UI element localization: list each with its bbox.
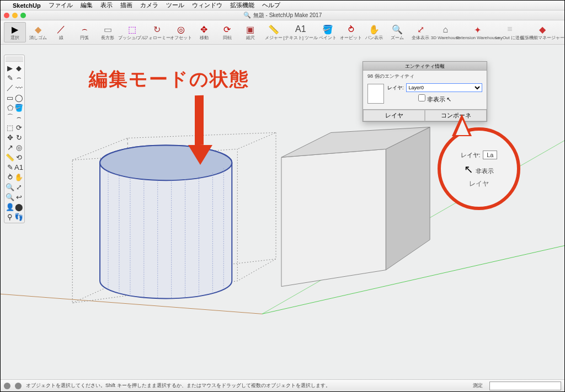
palette-tool[interactable]: ／ (6, 83, 14, 93)
measure-input[interactable] (489, 382, 561, 390)
palette-tool[interactable]: ⥁ (6, 172, 14, 182)
toolbar-ext[interactable]: ✦Extension Warehouse (460, 23, 497, 41)
status-icon-2 (15, 383, 22, 389)
toolbar-eraser[interactable]: ◆消しゴム (27, 23, 49, 42)
callout-bubble: レイヤ: La ↖ 非表示 レイヤ (438, 127, 520, 210)
palette-tool[interactable]: 👤 (6, 202, 14, 212)
palette-tool[interactable]: ⬤ (14, 202, 23, 212)
menu-camera[interactable]: カメラ (140, 1, 158, 9)
palette-tool[interactable]: 👣 (14, 212, 23, 222)
palette-tool[interactable]: ✥ (6, 132, 14, 142)
toolbar-line[interactable]: ／線 (50, 23, 72, 42)
layer-dropdown[interactable]: Layer0 (406, 83, 482, 92)
palette-tool[interactable]: ↻ (14, 132, 23, 142)
palette-tool[interactable]: ✋ (14, 172, 23, 182)
entity-count: 98 個のエンティティ (367, 73, 482, 80)
palette-tool[interactable]: ⤢ (14, 182, 23, 192)
menu-edit[interactable]: 編集 (81, 1, 93, 9)
toolbar-scale[interactable]: ▣縮尺 (239, 23, 262, 42)
toolbar-offset[interactable]: ◎オフセット (170, 23, 192, 42)
entity-info-panel[interactable]: エンティティ情報 98 個のエンティティ レイヤ: Layer0 非表示 ↖ レ… (363, 61, 487, 122)
zoom-button[interactable] (20, 13, 26, 18)
annotation-arrow (188, 95, 210, 162)
toolbar-3dw[interactable]: ⌂3D Warehouse (433, 23, 459, 41)
palette-tool[interactable]: 📏 (6, 152, 14, 162)
viewport[interactable]: ▶◆✎⌢／〰▭◯⬠🪣⌒⌢⬚⟳✥↻↗◎📏⟲✎A1⥁✋🔍⤢🔍↩👤⬤⚲👣 編集モードの… (1, 45, 564, 379)
measure-label: 測定 (473, 382, 483, 389)
toolbar-rotate[interactable]: ⟳回転 (216, 23, 238, 42)
toolbar-rect[interactable]: ▭長方形 (97, 23, 119, 42)
palette-tool[interactable]: ⚲ (6, 212, 14, 222)
menu-draw[interactable]: 描画 (120, 1, 132, 9)
material-swatch[interactable] (367, 84, 384, 104)
main-toolbar: ▶選択◆消しゴム／線⌢円弧▭長方形⬚プッシュ/プル↻フォローミー◎オフセット✥移… (1, 20, 564, 45)
menu-window[interactable]: ウィンドウ (192, 1, 222, 9)
palette-tool[interactable]: ↩ (14, 192, 23, 202)
palette-tool[interactable]: ⬠ (6, 103, 14, 112)
menubar: SketchUp ファイル 編集 表示 描画 カメラ ツール ウィンドウ 拡張機… (1, 1, 564, 10)
toolbar-move[interactable]: ✥移動 (193, 23, 215, 42)
toolbar-select[interactable]: ▶選択 (4, 22, 26, 42)
palette-tool[interactable]: ⟲ (14, 152, 23, 162)
toolbar-extmgr[interactable]: ◆拡張機能マネージャー (524, 23, 561, 42)
palette-tool[interactable]: ◎ (14, 142, 23, 152)
toolbar-pushpull[interactable]: ⬚プッシュ/プル (120, 23, 144, 42)
palette-tool[interactable]: ▶ (6, 63, 14, 73)
svg-marker-16 (386, 127, 430, 270)
panel-title[interactable]: エンティティ情報 (363, 62, 487, 71)
window-title: 無題 - SketchUp Make 2017 (253, 12, 322, 19)
status-tip: オブジェクトを選択してください。Shift キーを押したまま選択するか、またはマ… (26, 382, 468, 389)
palette-tool[interactable]: ✎ (6, 73, 14, 83)
menu-ext[interactable]: 拡張機能 (230, 1, 254, 9)
svg-marker-15 (281, 149, 386, 286)
toolbar-zoomext[interactable]: ⤢全体表示 (409, 23, 431, 42)
minimize-button[interactable] (12, 13, 18, 18)
palette-tool[interactable]: ⌢ (14, 73, 23, 83)
toolbar-arc[interactable]: ⌢円弧 (73, 23, 95, 42)
palette-tool[interactable]: ▭ (6, 93, 14, 103)
palette-tool[interactable]: ⬚ (6, 122, 14, 132)
palette-tool[interactable]: 🔍 (6, 182, 14, 192)
toolbar-layout[interactable]: ≡LayOut に送信 (497, 23, 523, 42)
toolbar-pan[interactable]: ✋パン表示 (363, 23, 385, 42)
menu-tools[interactable]: ツール (166, 1, 184, 9)
palette-tool[interactable]: ◆ (14, 63, 23, 73)
toolbar-followme[interactable]: ↻フォローミー (145, 23, 169, 42)
status-icon (4, 383, 10, 389)
toolbar-tape[interactable]: 📏メジャー (263, 23, 285, 42)
palette-tool[interactable]: ⌒ (6, 112, 14, 122)
layer-label: レイヤ: (387, 84, 404, 92)
toolbar-paint[interactable]: 🪣ペイント (317, 23, 339, 42)
menu-help[interactable]: ヘルプ (262, 1, 280, 9)
menu-view[interactable]: 表示 (100, 1, 113, 9)
menu-file[interactable]: ファイル (49, 1, 73, 9)
toolbar-zoom[interactable]: 🔍ズーム (386, 23, 408, 42)
window-titlebar: 🔍 無題 - SketchUp Make 2017 (1, 10, 564, 20)
app-name[interactable]: SketchUp (13, 2, 41, 9)
palette-tool[interactable]: ⟳ (14, 122, 23, 132)
palette-tool[interactable]: 🪣 (14, 103, 23, 112)
toolbar-text[interactable]: A1[テキスト] ツール (286, 23, 316, 42)
palette-tool[interactable]: ✎ (6, 162, 14, 172)
toolbar-orbit[interactable]: ⥁オービット (340, 23, 362, 42)
hide-checkbox[interactable] (418, 94, 425, 101)
palette-tool[interactable]: 🔍 (6, 192, 14, 202)
annotation-text: 編集モードの状態 (89, 67, 249, 92)
statusbar: オブジェクトを選択してください。Shift キーを押したまま選択するか、またはマ… (1, 379, 564, 391)
palette-tool[interactable]: ◯ (14, 93, 23, 103)
palette-tool[interactable]: ⌢ (14, 112, 23, 122)
palette-tool[interactable]: 〰 (14, 83, 23, 93)
tool-palette: ▶◆✎⌢／〰▭◯⬠🪣⌒⌢⬚⟳✥↻↗◎📏⟲✎A1⥁✋🔍⤢🔍↩👤⬤⚲👣 (4, 55, 25, 223)
palette-tool[interactable]: A1 (14, 162, 23, 172)
palette-tool[interactable]: ↗ (6, 142, 14, 152)
tab-layer[interactable]: レイヤ (363, 110, 425, 121)
close-button[interactable] (4, 13, 9, 18)
